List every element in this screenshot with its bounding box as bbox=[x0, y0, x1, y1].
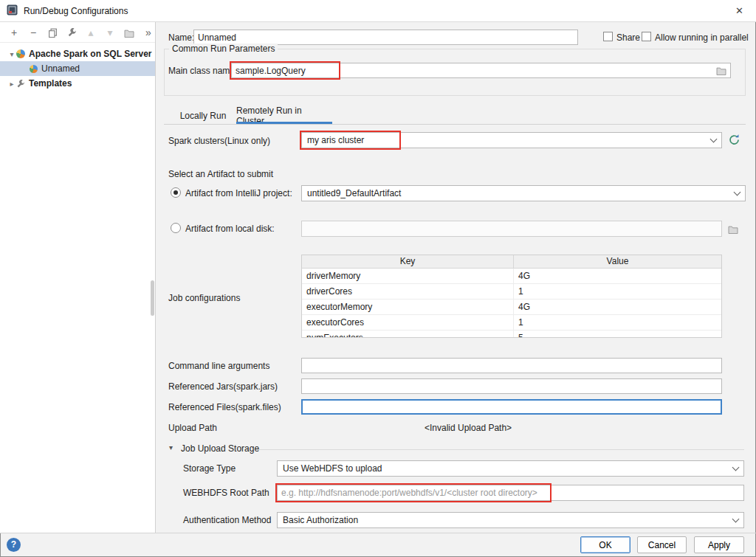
table-cell-key[interactable]: driverCores bbox=[302, 284, 514, 299]
spark-config-type-icon bbox=[16, 49, 25, 58]
run-debug-configurations-dialog: Run/Debug Configurations ✕ + − ▴ ▾ » ▾ A… bbox=[0, 0, 756, 557]
chevron-down-icon bbox=[710, 135, 718, 142]
webhdfs-root-path-input[interactable] bbox=[277, 485, 744, 501]
webhdfs-root-path-label: WEBHDFS Root Path bbox=[183, 488, 269, 498]
more-actions-icon[interactable]: » bbox=[143, 27, 154, 38]
collapse-triangle-icon[interactable]: ▾ bbox=[169, 443, 173, 452]
job-upload-storage-label[interactable]: Job Upload Storage bbox=[181, 443, 259, 454]
footer-separator bbox=[0, 533, 756, 533]
tree-item-label: Unnamed bbox=[41, 63, 80, 74]
authentication-method-label: Authentication Method bbox=[183, 515, 271, 525]
tabs-separator bbox=[164, 124, 746, 125]
artifact-disk-path-field[interactable] bbox=[301, 221, 722, 237]
name-label: Name: bbox=[168, 32, 194, 43]
upload-path-label: Upload Path bbox=[168, 423, 217, 433]
table-cell-value[interactable]: 1 bbox=[514, 284, 721, 299]
help-button[interactable]: ? bbox=[7, 538, 21, 552]
close-icon[interactable]: ✕ bbox=[729, 4, 749, 17]
table-row[interactable]: executorMemory 4G bbox=[302, 300, 721, 315]
table-cell-key[interactable]: driverMemory bbox=[302, 269, 514, 283]
referenced-files-input[interactable] bbox=[301, 399, 722, 415]
share-checkbox[interactable] bbox=[603, 32, 613, 41]
upload-path-value: <Invalid Upload Path> bbox=[425, 423, 512, 433]
command-line-arguments-input[interactable] bbox=[301, 358, 722, 373]
storage-type-select[interactable]: Use WebHDFS to upload bbox=[277, 460, 744, 477]
browse-folder-icon[interactable] bbox=[716, 66, 726, 76]
table-header-value: Value bbox=[514, 255, 721, 268]
job-configurations-table: Key Value driverMemory 4G driverCores 1 … bbox=[301, 255, 722, 338]
move-into-folder-icon[interactable] bbox=[124, 27, 134, 37]
main-class-value: sample.LogQuery bbox=[236, 66, 712, 76]
add-config-button[interactable]: + bbox=[9, 27, 19, 38]
share-label: Share bbox=[616, 32, 640, 43]
main-class-field[interactable]: sample.LogQuery bbox=[231, 63, 731, 78]
table-header-row: Key Value bbox=[302, 255, 721, 269]
command-line-arguments-label: Command line arguments bbox=[168, 361, 269, 371]
table-header-key: Key bbox=[302, 255, 514, 268]
authentication-method-select[interactable]: Basic Authorization bbox=[277, 512, 744, 528]
sidebar-toolbar: + − ▴ ▾ » bbox=[0, 22, 155, 43]
allow-parallel-checkbox[interactable] bbox=[642, 32, 651, 41]
artifact-from-project-label: Artifact from IntelliJ project: bbox=[185, 188, 292, 198]
artifact-section-heading: Select an Artifact to submit bbox=[168, 169, 273, 179]
artifact-project-select[interactable]: untitled9_DefaultArtifact bbox=[301, 185, 746, 201]
tree-item-label: Templates bbox=[29, 78, 72, 89]
table-row[interactable]: executorCores 1 bbox=[302, 315, 721, 331]
chevron-down-icon[interactable]: ▾ bbox=[7, 50, 16, 58]
app-icon bbox=[7, 4, 18, 18]
cancel-button[interactable]: Cancel bbox=[637, 536, 687, 553]
move-down-icon[interactable]: ▾ bbox=[105, 27, 115, 38]
spark-clusters-select[interactable]: my aris cluster bbox=[301, 132, 722, 148]
table-cell-key[interactable]: executorMemory bbox=[302, 300, 514, 314]
tree-item-spark-on-sql-server[interactable]: ▾ Apache Spark on SQL Server bbox=[0, 46, 155, 61]
tab-locally-run[interactable]: Locally Run bbox=[176, 107, 230, 124]
referenced-files-label: Referenced Files(spark.files) bbox=[168, 402, 281, 412]
table-cell-key[interactable]: executorCores bbox=[302, 315, 514, 330]
spark-clusters-value: my aris cluster bbox=[307, 135, 707, 145]
configurations-sidebar: + − ▴ ▾ » ▾ Apache Spark on SQL Server U… bbox=[0, 22, 156, 533]
edit-defaults-wrench-icon[interactable] bbox=[66, 27, 77, 38]
allow-parallel-label: Allow running in parallel bbox=[655, 32, 749, 43]
remove-config-button[interactable]: − bbox=[28, 27, 38, 38]
group-title: Common Run Parameters bbox=[169, 44, 278, 54]
artifact-project-value: untitled9_DefaultArtifact bbox=[307, 188, 730, 198]
move-up-icon[interactable]: ▴ bbox=[86, 27, 96, 38]
referenced-jars-label: Referenced Jars(spark.jars) bbox=[168, 381, 278, 392]
tree-item-unnamed[interactable]: Unnamed bbox=[0, 61, 155, 76]
apply-button[interactable]: Apply bbox=[694, 536, 744, 553]
table-row[interactable]: numExecutors 5 bbox=[302, 331, 721, 338]
name-input[interactable] bbox=[193, 30, 578, 45]
window-title: Run/Debug Configurations bbox=[24, 6, 128, 16]
artifact-from-project-radio[interactable] bbox=[171, 187, 181, 198]
spark-clusters-label: Spark clusters(Linux only) bbox=[168, 136, 270, 146]
artifact-from-disk-radio[interactable] bbox=[171, 223, 181, 233]
section-divider bbox=[258, 449, 744, 450]
table-cell-value[interactable]: 4G bbox=[514, 269, 721, 283]
table-cell-key[interactable]: numExecutors bbox=[302, 331, 514, 338]
chevron-right-icon[interactable]: ▸ bbox=[7, 80, 16, 88]
ok-button[interactable]: OK bbox=[580, 536, 630, 553]
storage-type-label: Storage Type bbox=[183, 463, 236, 474]
referenced-jars-input[interactable] bbox=[301, 378, 722, 394]
browse-folder-icon[interactable] bbox=[728, 224, 738, 234]
chevron-down-icon bbox=[732, 463, 740, 471]
titlebar: Run/Debug Configurations ✕ bbox=[0, 0, 756, 22]
chevron-down-icon bbox=[734, 188, 741, 196]
spark-config-icon bbox=[30, 65, 38, 73]
artifact-from-disk-label: Artifact from local disk: bbox=[185, 224, 275, 234]
table-cell-value[interactable]: 5 bbox=[514, 331, 721, 338]
table-cell-value[interactable]: 1 bbox=[514, 315, 721, 330]
table-row[interactable]: driverCores 1 bbox=[302, 284, 721, 300]
job-configurations-label: Job configurations bbox=[168, 293, 240, 303]
copy-config-icon[interactable] bbox=[47, 27, 58, 38]
authentication-method-value: Basic Authorization bbox=[283, 515, 729, 525]
tree-item-templates[interactable]: ▸ Templates bbox=[0, 76, 155, 91]
sidebar-scrollbar-thumb[interactable] bbox=[151, 280, 154, 316]
storage-type-value: Use WebHDFS to upload bbox=[283, 463, 729, 474]
templates-wrench-icon bbox=[16, 78, 25, 89]
refresh-clusters-icon[interactable] bbox=[728, 134, 740, 146]
table-cell-value[interactable]: 4G bbox=[514, 300, 721, 314]
tree-item-label: Apache Spark on SQL Server bbox=[29, 49, 152, 59]
table-row[interactable]: driverMemory 4G bbox=[302, 269, 721, 284]
main-class-label: Main class name bbox=[168, 66, 235, 76]
